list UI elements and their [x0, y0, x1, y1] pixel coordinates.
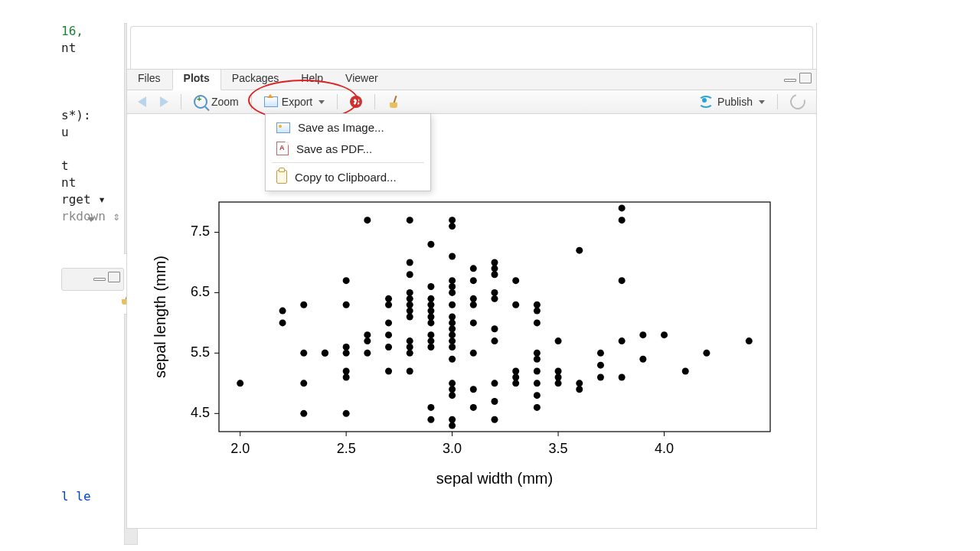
svg-point-128 — [576, 247, 583, 254]
minimize-icon[interactable] — [93, 278, 106, 281]
svg-point-64 — [427, 319, 434, 326]
svg-point-117 — [534, 356, 541, 363]
publish-icon — [698, 96, 714, 108]
export-icon — [264, 96, 278, 107]
zoom-icon — [194, 95, 207, 109]
pdf-icon — [276, 142, 289, 155]
svg-point-72 — [449, 416, 456, 423]
refresh-button[interactable] — [786, 93, 810, 111]
editor-mini-toolbar — [61, 268, 124, 291]
menu-save-as-image[interactable]: Save as Image... — [266, 117, 430, 138]
svg-point-86 — [449, 277, 456, 284]
svg-point-60 — [427, 404, 434, 411]
svg-point-92 — [470, 350, 477, 357]
svg-point-97 — [470, 265, 477, 272]
svg-point-39 — [364, 331, 371, 338]
plot-area: 4.55.56.57.52.02.53.03.54.0sepal width (… — [127, 114, 816, 527]
svg-point-137 — [639, 356, 646, 363]
svg-point-30 — [343, 410, 350, 417]
editor-code: 16, nt s*): u t nt rget ▾ rkdown ⇕ — [61, 23, 122, 225]
menu-save-as-pdf[interactable]: Save as PDF... — [266, 138, 430, 159]
svg-point-103 — [492, 295, 498, 302]
svg-point-69 — [427, 283, 434, 290]
svg-point-135 — [619, 217, 626, 223]
export-button[interactable]: Export — [260, 94, 329, 109]
export-menu: Save as Image... Save as PDF... Copy to … — [265, 113, 431, 191]
svg-point-141 — [703, 350, 710, 357]
svg-point-74 — [449, 386, 456, 393]
menu-copy-clipboard[interactable]: Copy to Clipboard... — [266, 166, 430, 187]
zoom-button[interactable]: Zoom — [189, 93, 243, 110]
svg-point-44 — [385, 319, 392, 326]
svg-point-59 — [427, 416, 434, 423]
export-label: Export — [282, 96, 312, 108]
svg-point-61 — [427, 344, 434, 350]
plots-toolbar: Zoom Export ✖ Publish — [127, 90, 816, 114]
svg-point-21 — [237, 380, 243, 386]
svg-point-93 — [470, 319, 477, 326]
tab-plots[interactable]: Plots — [172, 70, 221, 90]
svg-text:6.5: 6.5 — [191, 284, 210, 299]
svg-point-62 — [427, 337, 434, 344]
svg-point-78 — [449, 337, 456, 344]
dropdown-caret-icon — [87, 217, 95, 222]
svg-text:2.0: 2.0 — [230, 441, 250, 456]
svg-point-110 — [512, 368, 519, 375]
remove-plot-button[interactable]: ✖ — [345, 94, 367, 109]
svg-point-133 — [619, 337, 626, 344]
pane-maximize-icon[interactable] — [799, 73, 812, 83]
pane-minimize-icon[interactable] — [784, 79, 796, 82]
tab-packages[interactable]: Packages — [221, 70, 290, 90]
svg-point-75 — [449, 380, 456, 386]
next-plot-button[interactable] — [155, 95, 173, 109]
plots-pane: Files Plots Packages Help Viewer Zoom Ex… — [126, 23, 817, 529]
clear-all-button[interactable] — [383, 94, 404, 109]
svg-point-67 — [427, 302, 434, 308]
menu-label: Save as PDF... — [296, 142, 372, 155]
zoom-label: Zoom — [211, 96, 239, 108]
svg-point-29 — [322, 350, 328, 357]
pane-tabstrip: Files Plots Packages Help Viewer — [127, 69, 816, 90]
svg-text:5.5: 5.5 — [191, 344, 210, 360]
maximize-icon[interactable] — [108, 272, 120, 282]
svg-point-82 — [449, 314, 456, 321]
svg-point-52 — [407, 308, 413, 315]
svg-point-46 — [385, 295, 392, 302]
svg-text:7.5: 7.5 — [191, 223, 210, 239]
tab-help[interactable]: Help — [290, 70, 335, 90]
svg-point-123 — [555, 373, 562, 380]
arrow-right-icon — [160, 96, 168, 107]
svg-point-66 — [427, 308, 434, 315]
svg-point-122 — [555, 380, 562, 386]
prev-plot-button[interactable] — [133, 95, 151, 109]
svg-point-38 — [364, 337, 371, 344]
broom-icon — [387, 96, 400, 108]
svg-point-53 — [407, 302, 413, 308]
svg-point-142 — [746, 337, 753, 344]
svg-point-98 — [492, 416, 498, 423]
svg-point-132 — [619, 373, 626, 380]
svg-point-48 — [407, 350, 413, 357]
tab-viewer[interactable]: Viewer — [335, 70, 390, 90]
svg-point-45 — [385, 302, 392, 308]
svg-point-95 — [470, 295, 477, 302]
scatter-plot: 4.55.56.57.52.02.53.03.54.0sepal width (… — [127, 114, 801, 527]
tab-files[interactable]: Files — [127, 70, 172, 90]
svg-point-125 — [555, 337, 562, 344]
svg-point-84 — [449, 289, 456, 296]
publish-button[interactable]: Publish — [694, 94, 769, 109]
svg-point-105 — [492, 271, 498, 278]
arrow-left-icon — [138, 96, 146, 107]
svg-point-126 — [576, 386, 583, 393]
svg-point-89 — [449, 217, 456, 223]
publish-label: Publish — [717, 96, 753, 108]
svg-point-40 — [364, 217, 371, 223]
svg-point-73 — [449, 392, 456, 399]
svg-point-47 — [407, 368, 413, 375]
svg-point-22 — [279, 319, 286, 326]
svg-point-91 — [470, 386, 477, 393]
svg-point-114 — [534, 392, 541, 399]
svg-point-23 — [279, 308, 286, 315]
svg-point-77 — [449, 344, 456, 350]
svg-point-25 — [300, 380, 307, 386]
